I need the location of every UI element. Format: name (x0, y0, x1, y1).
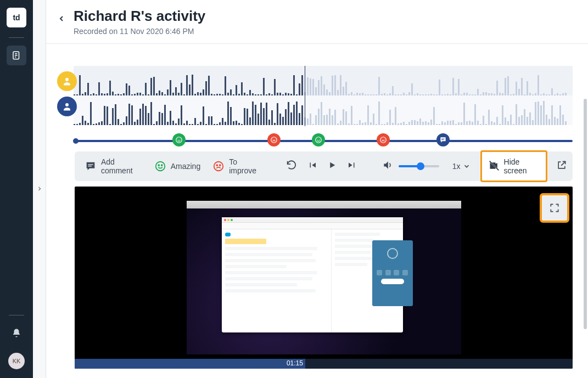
svg-point-24 (220, 165, 221, 166)
comment-icon (85, 160, 97, 172)
sidebar-divider-bottom (9, 315, 24, 315)
page-title: Richard R's activity (74, 8, 205, 25)
waveform-area[interactable] (61, 66, 573, 126)
svg-point-4 (178, 139, 178, 139)
svg-rect-15 (441, 139, 445, 139)
waveform-lane-customer[interactable] (74, 66, 573, 95)
waveform-lane-agent[interactable] (74, 95, 573, 125)
app-logo[interactable]: td (7, 8, 26, 27)
volume-control[interactable] (382, 160, 439, 173)
svg-point-7 (272, 139, 273, 139)
video-progress-time: 01:15 (287, 359, 305, 367)
header: Richard R's activity Recorded on 11 Nov … (46, 0, 588, 44)
add-comment-button[interactable]: Add comment (80, 154, 147, 178)
frown-icon (212, 160, 225, 172)
svg-point-2 (65, 103, 69, 106)
hide-screen-label: Hide screen (504, 157, 539, 175)
sidebar: td KK (0, 0, 33, 378)
svg-point-3 (176, 137, 182, 143)
user-avatar[interactable]: KK (8, 353, 25, 369)
marker-comment[interactable] (436, 133, 450, 146)
to-improve-label: To improve (229, 157, 261, 175)
page-subtitle: Recorded on 11 Nov 2020 6:46 PM (74, 27, 205, 36)
svg-point-10 (317, 139, 318, 139)
playback-controls (285, 159, 357, 173)
svg-point-22 (214, 162, 223, 171)
video-progress-bar[interactable]: 01:15 (75, 359, 573, 369)
chevron-down-icon (463, 162, 471, 170)
waveform-playhead[interactable] (305, 66, 305, 126)
volume-slider[interactable] (399, 165, 439, 167)
svg-point-21 (161, 165, 163, 166)
marker-frown[interactable] (267, 133, 281, 146)
sidebar-expand-rail[interactable] (33, 0, 46, 378)
svg-point-20 (158, 165, 159, 166)
back-button[interactable] (54, 11, 69, 26)
svg-point-13 (382, 139, 383, 139)
marker-smile[interactable] (172, 133, 186, 146)
playback-speed-button[interactable]: 1x (452, 162, 471, 171)
svg-point-23 (217, 165, 218, 166)
svg-point-5 (180, 139, 181, 139)
play-button[interactable] (327, 160, 337, 172)
svg-rect-17 (88, 164, 93, 165)
svg-point-19 (155, 162, 165, 171)
video-off-icon (489, 160, 500, 173)
playback-toolbar: Add comment Amazing To improve (75, 151, 573, 181)
content: 01:15/02:42 (46, 44, 588, 378)
smile-icon (154, 160, 166, 172)
fullscreen-button[interactable] (540, 193, 569, 223)
marker-track[interactable] (75, 133, 573, 148)
replay-button[interactable] (285, 159, 298, 173)
screen-recording-viewport[interactable]: 01:15 (75, 187, 573, 369)
amazing-button[interactable]: Amazing (150, 157, 205, 176)
svg-point-9 (316, 137, 322, 143)
notifications-icon[interactable] (7, 323, 26, 343)
svg-rect-18 (88, 166, 91, 166)
marker-frown[interactable] (377, 133, 390, 146)
main: Richard R's activity Recorded on 11 Nov … (46, 0, 588, 378)
svg-point-6 (271, 137, 277, 143)
svg-point-14 (384, 139, 384, 139)
recorded-screen-content (187, 201, 461, 354)
sidebar-item-reviews[interactable] (7, 46, 26, 65)
add-comment-label: Add comment (101, 157, 142, 175)
hide-screen-button[interactable]: Hide screen (480, 150, 547, 182)
svg-rect-16 (441, 139, 444, 140)
scrollbar[interactable] (584, 99, 587, 329)
marker-smile[interactable] (312, 133, 325, 146)
svg-point-1 (65, 78, 69, 81)
open-new-window-button[interactable] (556, 160, 567, 173)
amazing-label: Amazing (171, 162, 200, 171)
chevron-right-icon (36, 184, 43, 194)
playback-speed-label: 1x (452, 162, 461, 171)
skip-next-button[interactable] (347, 160, 357, 172)
volume-thumb[interactable] (417, 162, 424, 170)
volume-icon (382, 160, 393, 173)
sidebar-divider (9, 37, 24, 38)
svg-point-11 (320, 139, 320, 139)
skip-previous-button[interactable] (307, 160, 317, 172)
to-improve-button[interactable]: To improve (208, 154, 266, 178)
svg-point-8 (275, 139, 275, 139)
svg-point-12 (380, 137, 387, 143)
